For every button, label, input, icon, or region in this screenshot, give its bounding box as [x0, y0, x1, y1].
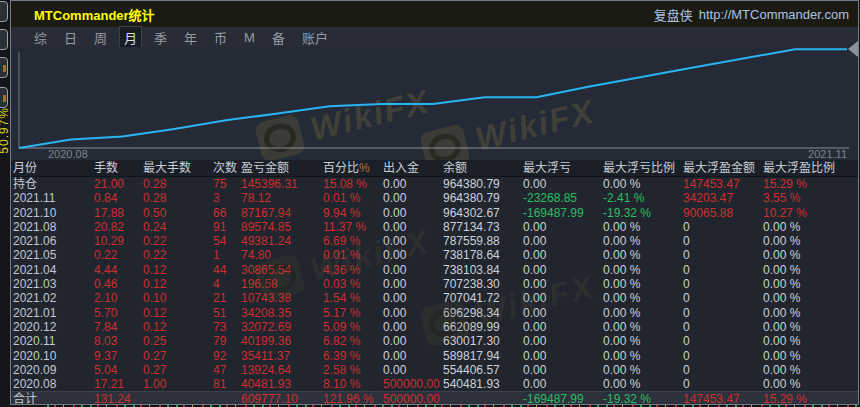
background-toolbar-button[interactable]: [0, 29, 8, 50]
value-cell: 11.37 %: [321, 220, 381, 234]
value-cell: 51: [211, 306, 239, 320]
value-cell: 0.00: [381, 177, 441, 191]
value-cell: 0.22: [92, 248, 141, 262]
value-cell: 707238.30: [441, 277, 521, 291]
table-row[interactable]: 2021.044.440.124430865.544.36 %0.0073810…: [11, 263, 858, 277]
value-cell: 40199.36: [239, 334, 321, 348]
value-cell: 554406.57: [441, 363, 521, 377]
value-cell: 0.00 %: [601, 349, 681, 363]
value-cell: 0.00: [521, 363, 601, 377]
background-toolbar-button[interactable]: [0, 57, 8, 78]
value-cell: 738178.64: [441, 248, 521, 262]
month-cell: 2021.04: [11, 263, 92, 277]
table-row[interactable]: 2021.110.840.28378.120.01 %0.00964380.79…: [11, 191, 858, 205]
table-row[interactable]: 2020.0817.211.008140481.938.10 %500000.0…: [11, 377, 858, 391]
value-cell: 0: [681, 349, 761, 363]
x-axis-start-label: 2020.08: [48, 148, 88, 160]
value-cell: 0.00: [521, 306, 601, 320]
background-toolbar-button[interactable]: [0, 1, 8, 22]
background-toolbar-button[interactable]: [0, 87, 8, 108]
menu-item-7[interactable]: 币: [210, 27, 231, 48]
table-row-total[interactable]: 合计131.24609777.10121.96 %500000.00-16948…: [11, 391, 858, 405]
button-badge: [3, 95, 6, 102]
month-cell: 持仓: [11, 177, 92, 191]
value-cell: 0.27: [141, 363, 211, 377]
value-cell: 4.44: [92, 263, 141, 277]
table-row[interactable]: 2021.030.460.124196.580.03 %0.00707238.3…: [11, 277, 858, 291]
menu-item-5[interactable]: 季: [150, 27, 171, 48]
value-cell: 8.10 %: [321, 377, 381, 391]
value-cell: 0: [681, 377, 761, 391]
table-row[interactable]: 2021.015.700.125134208.355.17 %0.0069629…: [11, 306, 858, 320]
value-cell: 17.88: [92, 206, 141, 220]
brand-link[interactable]: 复盘侠 http://MTCommander.com: [654, 5, 858, 24]
table-row[interactable]: 2021.022.100.102110743.381.54 %0.0070704…: [11, 291, 858, 305]
value-cell: 35411.37: [239, 349, 321, 363]
value-cell: 147453.47: [681, 392, 761, 405]
value-cell: 630017.30: [441, 334, 521, 348]
value-cell: 0.22: [141, 248, 211, 262]
menu-item-10[interactable]: 账户: [298, 27, 332, 48]
table-row[interactable]: 2021.0610.290.225449381.246.69 %0.007875…: [11, 234, 858, 248]
value-cell: 0.00: [521, 291, 601, 305]
equity-chart: WikiFX WikiFX 2020.08 2021.11: [11, 47, 858, 160]
table-row[interactable]: 2021.1017.880.506687167.949.94 %0.009643…: [11, 206, 858, 220]
value-cell: 500000.00: [381, 377, 441, 391]
button-badge: [3, 65, 6, 72]
value-cell: [441, 392, 521, 405]
month-cell: 2021.01: [11, 306, 92, 320]
value-cell: 0.01 %: [321, 248, 381, 262]
window-title: MTCommander统计: [11, 5, 155, 24]
x-axis-end-label: 2021.11: [808, 148, 847, 160]
table-row[interactable]: 2020.109.370.279235411.376.39 %0.0058981…: [11, 349, 858, 363]
month-cell: 2021.10: [11, 206, 92, 220]
table-row[interactable]: 持仓21.000.2875145396.3115.08 %0.00964380.…: [11, 177, 858, 191]
table-row[interactable]: 2021.0820.820.249189574.8511.37 %0.00877…: [11, 220, 858, 234]
value-cell: 32072.69: [239, 320, 321, 334]
value-cell: 47: [211, 363, 239, 377]
screen: 50.97% MTCommander统计 复盘侠 http://MTComman…: [0, 0, 860, 407]
value-cell: 13924.64: [239, 363, 321, 377]
menu-item-6[interactable]: 年: [180, 27, 201, 48]
value-cell: 21: [211, 291, 239, 305]
value-cell: 0.00: [381, 363, 441, 377]
menu-item-4[interactable]: 月: [120, 27, 141, 48]
table-row[interactable]: 2020.118.030.257940199.366.82 %0.0063001…: [11, 334, 858, 348]
menu-item-3[interactable]: 周: [90, 27, 111, 48]
value-cell: 0.00 %: [761, 220, 858, 234]
month-cell: 2021.03: [11, 277, 92, 291]
value-cell: 0.27: [141, 349, 211, 363]
month-cell: 2020.08: [11, 377, 92, 391]
value-cell: 8.03: [92, 334, 141, 348]
value-cell: 0: [681, 320, 761, 334]
value-cell: 15.29 %: [761, 177, 858, 191]
menu-item-8[interactable]: M: [240, 29, 259, 46]
column-header: 手数: [92, 160, 141, 176]
value-cell: 6.39 %: [321, 349, 381, 363]
stats-window: MTCommander统计 复盘侠 http://MTCommander.com…: [10, 0, 859, 405]
value-cell: -19.32 %: [601, 392, 681, 405]
menu-item-1[interactable]: 综: [30, 27, 51, 48]
table-row[interactable]: 2020.095.040.274713924.642.58 %0.0055440…: [11, 363, 858, 377]
table-row[interactable]: 2020.127.840.127332072.695.09 %0.0066208…: [11, 320, 858, 334]
monthly-stats-table: 月份手数最大手数次数盈亏金额百分比%出入金余额最大浮亏最大浮亏比例最大浮盈金额最…: [11, 160, 858, 405]
value-cell: 0.28: [141, 177, 211, 191]
value-cell: 10.29: [92, 234, 141, 248]
value-cell: 2.58 %: [321, 363, 381, 377]
value-cell: 15.29 %: [761, 392, 858, 405]
value-cell: 0.00: [521, 334, 601, 348]
value-cell: 4.36 %: [321, 263, 381, 277]
value-cell: 15.08 %: [321, 177, 381, 191]
table-row[interactable]: 2021.050.220.22174.800.01 %0.00738178.64…: [11, 248, 858, 262]
value-cell: 0.12: [141, 306, 211, 320]
menu-item-9[interactable]: 备: [268, 27, 289, 48]
brand-url: http://MTCommander.com: [699, 7, 849, 22]
equity-line: [19, 49, 847, 148]
value-cell: 0.00: [381, 234, 441, 248]
value-cell: 4: [211, 277, 239, 291]
value-cell: 10.27 %: [761, 206, 858, 220]
value-cell: 0: [681, 306, 761, 320]
menu-item-2[interactable]: 日: [60, 27, 81, 48]
column-header: 最大浮盈比例: [761, 160, 858, 176]
value-cell: 0.00 %: [761, 334, 858, 348]
